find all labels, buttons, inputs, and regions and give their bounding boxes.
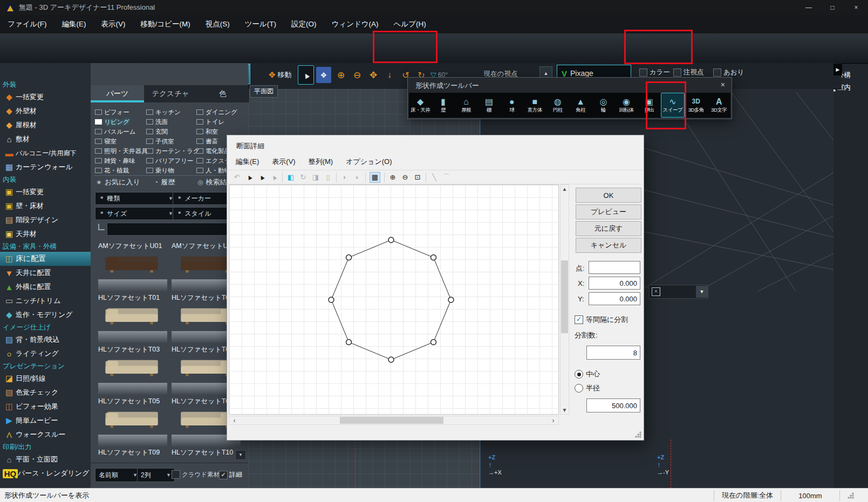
scroll-up-icon[interactable]: ▲ bbox=[561, 186, 569, 192]
tab-texture[interactable]: テクスチャ bbox=[144, 85, 197, 102]
quick-tab-favorites[interactable]: ★お気に入り bbox=[96, 177, 140, 187]
resize-grip[interactable] bbox=[635, 431, 641, 438]
zoom-fit-icon[interactable]: ⊡ bbox=[413, 173, 422, 181]
shape-tool-box[interactable]: ■直方体 bbox=[523, 93, 546, 118]
sidebar-item-walkthrough[interactable]: Λウォークスルー bbox=[0, 428, 91, 442]
zoom-out-icon[interactable]: ⊖ bbox=[401, 173, 409, 181]
zoom-in-button[interactable]: ⊕ bbox=[333, 67, 348, 83]
quick-tab-history[interactable]: ◔履歴 bbox=[154, 177, 175, 187]
cancel-button[interactable]: キャンセル bbox=[576, 238, 641, 253]
menu-help[interactable]: ヘルプ(H) bbox=[386, 19, 434, 29]
query-cursor-icon[interactable]: ▲ bbox=[268, 171, 279, 183]
sidebar-item-place-on-floor[interactable]: ◫床に配置 bbox=[0, 252, 91, 266]
shape-tool-wall[interactable]: ▮壁 bbox=[432, 93, 454, 118]
scrollbar-thumb[interactable] bbox=[340, 417, 443, 424]
category-dining[interactable]: ダイニング bbox=[196, 107, 237, 117]
filter-size-dropdown[interactable]: ＊ サイズ▼ bbox=[95, 207, 177, 220]
shield-union-icon[interactable]: ◗ bbox=[340, 173, 349, 181]
horizontal-scrollbar[interactable]: ‹ › bbox=[229, 416, 559, 425]
menu-move-copy[interactable]: 移動/コピー(M) bbox=[133, 19, 198, 29]
sidebar-item-plan-elevation[interactable]: ⌂平面・立面図 bbox=[0, 452, 91, 466]
category-entrance[interactable]: 玄関 bbox=[146, 127, 168, 136]
category-toilet[interactable]: トイレ bbox=[196, 117, 224, 127]
category-people-animals[interactable]: 人・動物 bbox=[196, 166, 230, 175]
view-select-tool[interactable]: ▲ bbox=[298, 65, 314, 85]
category-kids-room[interactable]: 子供室 bbox=[146, 136, 174, 146]
detail-checkbox[interactable]: ✓詳細 bbox=[219, 470, 242, 479]
checkbox-focus-point[interactable]: 注視点 bbox=[673, 68, 704, 77]
select-cursor-icon[interactable]: ▲ bbox=[243, 171, 255, 183]
maximize-button[interactable]: □ bbox=[821, 0, 844, 15]
pan-view-button[interactable]: ✥ bbox=[316, 67, 331, 83]
category-kitchen[interactable]: キッチン bbox=[146, 107, 181, 117]
zoom-out-button[interactable]: ⊖ bbox=[350, 67, 365, 83]
sidebar-item-wall-floor[interactable]: ▣壁・床材 bbox=[0, 199, 91, 213]
sidebar-item-roof-material[interactable]: ◆屋根材 bbox=[0, 118, 91, 132]
shield-subtract-icon[interactable]: ◗ bbox=[353, 173, 361, 181]
sidebar-item-ceiling-material[interactable]: ▣天井材 bbox=[0, 227, 91, 241]
close-icon[interactable]: × bbox=[721, 80, 725, 89]
expand-right-panel-button[interactable]: ▶ bbox=[833, 64, 842, 75]
category-goods[interactable]: 雑貨・趣味 bbox=[95, 156, 135, 166]
shape-tool-3d-polygon[interactable]: 3D3D多角 bbox=[685, 93, 707, 118]
rotate-icon[interactable]: ↻ bbox=[299, 173, 307, 181]
undo-button[interactable]: 元に戻す bbox=[576, 221, 641, 236]
scroll-left-icon[interactable]: ‹ bbox=[230, 417, 238, 424]
sidebar-item-place-on-ceiling[interactable]: ▼天井に配置 bbox=[0, 266, 91, 280]
view-preset-dropdown[interactable]: × ▼ bbox=[649, 285, 708, 299]
sidebar-item-rendering[interactable]: HQパース・レンダリング bbox=[0, 466, 91, 480]
checkbox-color[interactable]: カラー bbox=[639, 68, 670, 77]
menu-viewpoint[interactable]: 視点(S) bbox=[198, 19, 237, 29]
close-button[interactable]: × bbox=[844, 0, 868, 15]
radio-radius[interactable]: 半径 bbox=[575, 383, 600, 393]
part-list-item[interactable]: HLソファセットT09 bbox=[98, 448, 160, 457]
sidebar-item-batch-change-int[interactable]: ▣一括変更 bbox=[0, 185, 91, 199]
category-vehicles[interactable]: 乗り物 bbox=[146, 166, 174, 175]
move-down-button[interactable]: ↓ bbox=[382, 67, 397, 83]
move-tool-button[interactable]: ✥ 移動 bbox=[269, 67, 292, 83]
category-appliances[interactable]: 電化製品 bbox=[196, 146, 230, 156]
part-list-item[interactable]: HLソファセットT03 bbox=[98, 345, 167, 395]
sort-order-dropdown[interactable]: 名前順▼ bbox=[95, 468, 141, 482]
shape-tool-cylinder[interactable]: ◍円柱 bbox=[546, 93, 569, 118]
scroll-right-icon[interactable]: › bbox=[549, 417, 557, 424]
part-list-item[interactable]: HLソファセットT10 bbox=[172, 448, 233, 457]
sidebar-item-lighting[interactable]: ○ライティング bbox=[0, 347, 91, 361]
trash-icon[interactable]: ▯ bbox=[324, 173, 332, 181]
grid-toggle-icon-active[interactable]: ▦ bbox=[370, 172, 380, 183]
x-coordinate-field[interactable]: 0.000 bbox=[589, 277, 640, 290]
y-coordinate-field[interactable]: 0.000 bbox=[589, 292, 640, 305]
minimize-button[interactable]: — bbox=[797, 0, 821, 15]
checkbox-tilt[interactable]: あおり bbox=[713, 68, 744, 77]
sidebar-item-batch-change-ext[interactable]: ◆一括変更 bbox=[0, 90, 91, 104]
category-bedroom[interactable]: 寝室 bbox=[95, 136, 117, 146]
column-count-dropdown[interactable]: 2列▼ bbox=[137, 468, 175, 482]
grid-scale-status[interactable]: 100mm bbox=[781, 490, 839, 501]
scroll-down-icon[interactable]: ▼ bbox=[561, 407, 569, 413]
sidebar-item-modeling[interactable]: ◆造作・モデリング bbox=[0, 308, 91, 322]
shape-tool-shelf[interactable]: ▤棚 bbox=[477, 93, 500, 118]
menu-view[interactable]: 表示(V) bbox=[94, 19, 133, 29]
scroll-down-button[interactable]: ▼ bbox=[235, 450, 246, 460]
sidebar-item-place-exterior[interactable]: ▲外構に配置 bbox=[0, 280, 91, 294]
section-editor-canvas[interactable] bbox=[229, 184, 559, 415]
mirror-horizontal-icon[interactable]: ◧ bbox=[286, 173, 295, 181]
sidebar-item-stair-design[interactable]: ▤階段デザイン bbox=[0, 213, 91, 227]
shape-tool-3d-text[interactable]: A3D文字 bbox=[707, 93, 730, 118]
category-plants[interactable]: 花・植栽 bbox=[95, 166, 129, 175]
radio-center[interactable]: 中心 bbox=[575, 369, 600, 379]
sidebar-item-background[interactable]: ▨背・前景/映込 bbox=[0, 333, 91, 347]
pan-move-button[interactable]: ✥ bbox=[366, 67, 381, 83]
sidebar-item-curtain-wall[interactable]: ▦カーテンウォール bbox=[0, 160, 91, 174]
ok-button[interactable]: OK bbox=[576, 188, 641, 203]
radius-field[interactable]: 500.000 bbox=[586, 398, 640, 412]
divisions-field[interactable]: 8 bbox=[586, 346, 640, 360]
scrollbar-thumb[interactable] bbox=[561, 260, 568, 333]
category-bathroom[interactable]: バスルーム bbox=[95, 127, 136, 136]
sidebar-item-paving[interactable]: ⌂敷材 bbox=[0, 132, 91, 146]
filter-type-dropdown[interactable]: ＊ 種類▼ bbox=[95, 192, 177, 205]
sidebar-item-niche-trim[interactable]: ▭ニッチ/トリム bbox=[0, 294, 91, 308]
sidebar-item-before-effect[interactable]: ◫ビフォー効果 bbox=[0, 400, 91, 414]
shape-tool-prism[interactable]: ▲角柱 bbox=[569, 93, 592, 118]
dialog-menu-align[interactable]: 整列(M) bbox=[309, 157, 333, 167]
